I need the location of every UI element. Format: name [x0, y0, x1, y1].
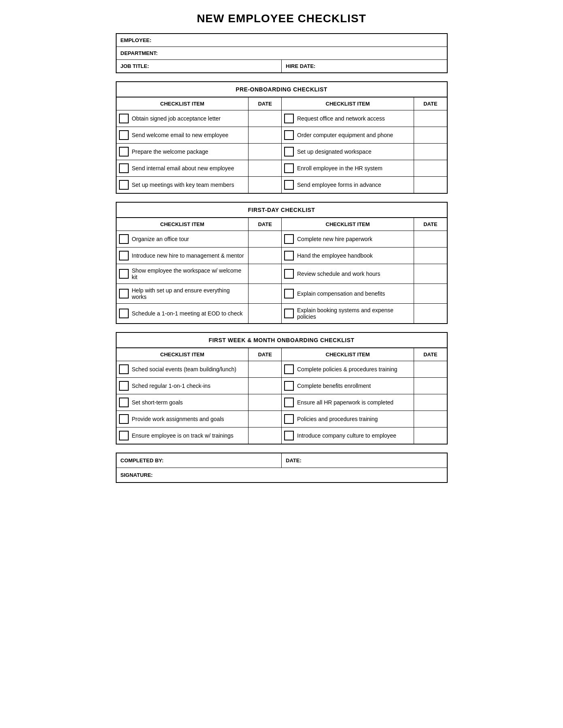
right-item-cell: Request office and network access: [282, 110, 414, 127]
right-item-cell: Review schedule and work hours: [282, 264, 414, 284]
checkbox[interactable]: [119, 114, 129, 123]
left-date-cell: [249, 361, 282, 378]
left-item-cell: Introduce new hire to management & mento…: [116, 248, 249, 264]
checkbox[interactable]: [119, 289, 129, 298]
left-item-cell: Set up meetings with key team members: [116, 177, 249, 194]
checkbox[interactable]: [119, 381, 129, 391]
right-date-cell: [414, 177, 447, 194]
checkbox[interactable]: [119, 130, 129, 140]
table-row: Provide work assignments and goalsPolici…: [116, 411, 447, 427]
right-item-cell: Explain compensation and benefits: [282, 284, 414, 304]
checkbox[interactable]: [284, 180, 294, 190]
checkbox[interactable]: [119, 234, 129, 244]
fd-col4-header: DATE: [414, 218, 447, 231]
checkbox[interactable]: [284, 234, 294, 244]
pre-col4-header: DATE: [414, 97, 447, 110]
checkbox[interactable]: [284, 251, 294, 260]
checkbox[interactable]: [284, 381, 294, 391]
table-row: Sched regular 1-on-1 check-insComplete b…: [116, 378, 447, 394]
table-row: Send internal email about new employeeEn…: [116, 160, 447, 177]
left-date-cell: [249, 127, 282, 144]
item-text: Introduce new hire to management & mento…: [132, 252, 244, 259]
checkbox[interactable]: [119, 309, 129, 318]
table-row: Ensure employee is on track w/ trainings…: [116, 427, 447, 444]
item-text: Send employee forms in advance: [297, 182, 381, 188]
right-date-cell: [414, 284, 447, 304]
left-item-cell: Help with set up and ensure everything w…: [116, 284, 249, 304]
checkbox[interactable]: [284, 398, 294, 407]
first-day-table: FIRST-DAY CHECKLIST CHECKLIST ITEM DATE …: [116, 202, 448, 324]
hire-date-row: HIRE DATE:: [282, 60, 447, 73]
employee-label: EMPLOYEE:: [121, 37, 152, 43]
fw-col4-header: DATE: [414, 348, 447, 361]
checkbox[interactable]: [284, 364, 294, 374]
checkbox[interactable]: [119, 364, 129, 374]
pre-onboarding-table: PRE-ONBOARDING CHECKLIST CHECKLIST ITEM …: [116, 81, 448, 194]
department-label: DEPARTMENT:: [121, 50, 158, 56]
item-text: Introduce company culture to employee: [297, 432, 396, 439]
left-item-cell: Obtain signed job acceptance letter: [116, 110, 249, 127]
right-item-cell: Complete policies & procedures training: [282, 361, 414, 378]
item-text: Sched social events (team building/lunch…: [132, 366, 236, 372]
item-text: Set short-term goals: [132, 399, 183, 406]
left-date-cell: [249, 177, 282, 194]
checkbox[interactable]: [119, 163, 129, 173]
right-date-cell: [414, 361, 447, 378]
right-date-cell: [414, 411, 447, 427]
item-text: Show employee the workspace w/ welcome k…: [132, 267, 246, 280]
hire-date-label: HIRE DATE:: [286, 63, 315, 69]
checkbox[interactable]: [284, 289, 294, 298]
signature-cell: SIGNATURE:: [116, 468, 447, 483]
fd-col3-header: CHECKLIST ITEM: [282, 218, 414, 231]
fw-col1-header: CHECKLIST ITEM: [116, 348, 249, 361]
checkbox[interactable]: [284, 130, 294, 140]
page-title: NEW EMPLOYEE CHECKLIST: [116, 12, 448, 25]
checkbox[interactable]: [119, 180, 129, 190]
info-table: EMPLOYEE: DEPARTMENT: JOB TITLE: HIRE DA…: [116, 33, 448, 73]
left-date-cell: [249, 411, 282, 427]
table-row: Obtain signed job acceptance letterReque…: [116, 110, 447, 127]
fw-col3-header: CHECKLIST ITEM: [282, 348, 414, 361]
left-date-cell: [249, 427, 282, 444]
item-text: Set up designated workspace: [297, 148, 372, 155]
fw-col2-header: DATE: [249, 348, 282, 361]
item-text: Complete policies & procedures training: [297, 366, 397, 372]
item-text: Provide work assignments and goals: [132, 416, 224, 422]
pre-col3-header: CHECKLIST ITEM: [282, 97, 414, 110]
checkbox[interactable]: [284, 309, 294, 318]
pre-col1-header: CHECKLIST ITEM: [116, 97, 249, 110]
right-date-cell: [414, 394, 447, 411]
left-item-cell: Send welcome email to new employee: [116, 127, 249, 144]
checkbox[interactable]: [284, 163, 294, 173]
checkbox[interactable]: [284, 414, 294, 424]
table-row: Show employee the workspace w/ welcome k…: [116, 264, 447, 284]
checkbox[interactable]: [119, 398, 129, 407]
left-item-cell: Set short-term goals: [116, 394, 249, 411]
item-text: Help with set up and ensure everything w…: [132, 287, 246, 300]
checkbox[interactable]: [119, 251, 129, 260]
right-date-cell: [414, 248, 447, 264]
checkbox[interactable]: [284, 114, 294, 123]
item-text: Review schedule and work hours: [297, 271, 380, 277]
checkbox[interactable]: [284, 269, 294, 279]
table-row: Set short-term goalsEnsure all HR paperw…: [116, 394, 447, 411]
right-date-cell: [414, 231, 447, 248]
checkbox[interactable]: [119, 269, 129, 279]
item-text: Request office and network access: [297, 115, 385, 122]
table-row: Set up meetings with key team membersSen…: [116, 177, 447, 194]
table-row: Organize an office tourComplete new hire…: [116, 231, 447, 248]
checkbox[interactable]: [284, 431, 294, 440]
item-text: Organize an office tour: [132, 236, 189, 242]
checkbox[interactable]: [119, 414, 129, 424]
table-row: Introduce new hire to management & mento…: [116, 248, 447, 264]
right-item-cell: Set up designated workspace: [282, 144, 414, 160]
checkbox[interactable]: [284, 147, 294, 157]
table-row: Send welcome email to new employeeOrder …: [116, 127, 447, 144]
checkbox[interactable]: [119, 147, 129, 157]
fd-col1-header: CHECKLIST ITEM: [116, 218, 249, 231]
left-item-cell: Sched social events (team building/lunch…: [116, 361, 249, 378]
checkbox[interactable]: [119, 431, 129, 440]
table-row: Sched social events (team building/lunch…: [116, 361, 447, 378]
left-item-cell: Provide work assignments and goals: [116, 411, 249, 427]
left-date-cell: [249, 144, 282, 160]
